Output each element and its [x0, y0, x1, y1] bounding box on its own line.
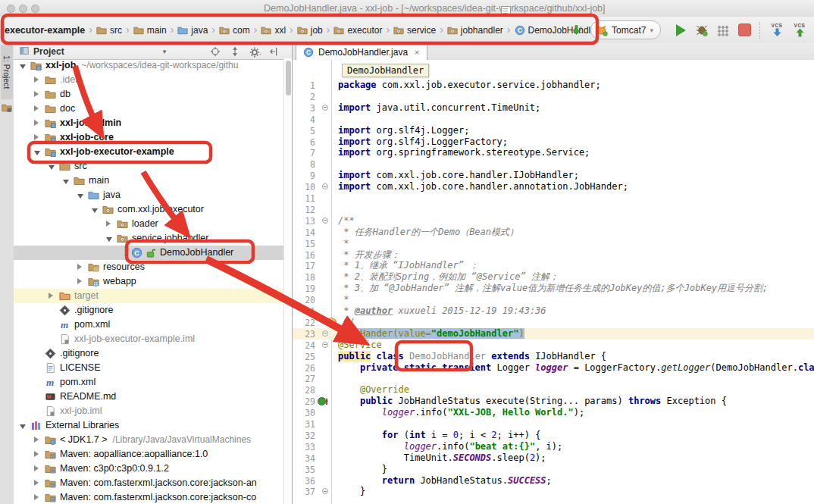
breadcrumb-item-main[interactable]: main: [133, 25, 167, 36]
close-tab-icon[interactable]: ×: [415, 48, 419, 57]
tree-item-com-xxl-job-executor[interactable]: com.xxl.job.executor: [14, 202, 283, 217]
breadcrumb-item-executor[interactable]: executor: [333, 25, 382, 36]
tree-item-service-jobhandler[interactable]: service.jobhandler: [14, 231, 283, 246]
tree-expand-arrow[interactable]: [34, 494, 39, 500]
tree-expand-arrow[interactable]: [34, 480, 39, 486]
close-window-button[interactable]: [7, 5, 15, 13]
zoom-window-button[interactable]: [31, 5, 39, 13]
tree-item-xxl-job[interactable]: xxl-job~/workspaces/idea-git-workspace/g…: [14, 58, 283, 73]
tree-expand-arrow[interactable]: [49, 293, 53, 299]
run-configuration-select[interactable]: Tomcat7 ▾: [590, 20, 661, 39]
tree-expand-arrow[interactable]: [34, 120, 39, 126]
tree-item-readme-md[interactable]: M↓README.md: [14, 390, 283, 404]
tree-item-xxl-job-executor-example-iml[interactable]: xxl-job-executor-example.iml: [14, 332, 283, 346]
tree-item-db[interactable]: db: [14, 87, 283, 102]
tree-item--jdk1-7-[interactable]: < JDK1.7 >/Library/Java/JavaVirtualMachi…: [14, 433, 283, 447]
tree-item-pom-xml[interactable]: mpom.xml: [14, 318, 283, 332]
tree-expand-arrow[interactable]: [34, 105, 39, 111]
tree-collapse-arrow[interactable]: [49, 165, 55, 170]
tree-expand-arrow[interactable]: [34, 465, 39, 471]
tree-collapse-arrow[interactable]: [20, 64, 26, 69]
tree-item-xxl-job-iml[interactable]: xxl-job.iml: [14, 404, 283, 418]
tab-demojobhandler[interactable]: C DemoJobHandler.java ×: [296, 43, 427, 60]
scroll-from-source-icon[interactable]: [230, 46, 240, 57]
breadcrumb-item-service[interactable]: service: [393, 25, 436, 36]
tree-item--idea[interactable]: .idea: [14, 73, 283, 87]
tree-expand-arrow[interactable]: [34, 77, 39, 83]
fold-marker-icon[interactable]: [322, 183, 328, 189]
tree-collapse-arrow[interactable]: [106, 237, 112, 242]
fold-marker-icon[interactable]: [322, 330, 328, 337]
project-panel-title[interactable]: Project: [33, 46, 64, 57]
tree-item-maven-aopalliance-aopalliance-1-0[interactable]: Maven: aopalliance:aopalliance:1.0: [14, 447, 283, 462]
tree-item--gitignore[interactable]: .gitignore: [14, 346, 283, 361]
tree-item-license[interactable]: LICENSE: [14, 361, 283, 375]
override-method-icon[interactable]: [318, 397, 326, 405]
code-line-16: * 开发步骤：: [338, 249, 400, 261]
project-tool-window-tab[interactable]: 1: Project: [1, 45, 13, 99]
hide-panel-icon[interactable]: [269, 46, 280, 57]
tree-item-target[interactable]: target: [14, 289, 283, 303]
tree-item-webapp[interactable]: webapp: [14, 274, 283, 289]
editor-body[interactable]: DemoJobHandler 1package com.xxl.job.exec…: [293, 60, 814, 504]
stop-button[interactable]: [736, 22, 753, 39]
tree-item-xxl-job-executor-example[interactable]: xxl-job-executor-example: [14, 145, 283, 159]
scroll-to-source-icon[interactable]: [571, 24, 583, 36]
tree-item-src[interactable]: src: [14, 159, 283, 174]
tree-item-maven-com-fasterxml-jackson-core-jackson-co[interactable]: Maven: com.fasterxml.jackson.core:jackso…: [14, 490, 283, 504]
vcs-update-button[interactable]: VCS: [768, 23, 786, 37]
tree-collapse-arrow[interactable]: [63, 180, 69, 184]
tree-item-java[interactable]: java: [14, 188, 283, 202]
breadcrumb-item-jobhandler[interactable]: jobhandler: [447, 25, 503, 36]
tree-item-xxl-job-admin[interactable]: xxl-job-admin: [14, 116, 283, 130]
breadcrumb-item-java[interactable]: java: [177, 25, 208, 36]
tree-item-pom-xml[interactable]: mpom.xml: [14, 375, 283, 390]
tree-item-maven-com-fasterxml-jackson-core-jackson-an[interactable]: Maven: com.fasterxml.jackson.core:jackso…: [14, 476, 283, 490]
breadcrumb-item-src[interactable]: src: [96, 25, 122, 36]
debug-button[interactable]: [693, 22, 710, 39]
tree-collapse-arrow[interactable]: [77, 194, 83, 199]
chevron-down-icon[interactable]: ▾: [163, 48, 167, 55]
breadcrumb-item-job[interactable]: job: [297, 25, 323, 36]
scrollbar-thumb[interactable]: [286, 61, 291, 95]
tree-expand-arrow[interactable]: [34, 437, 39, 443]
tree-item--gitignore[interactable]: .gitignore: [14, 303, 283, 318]
tree-item-loader[interactable]: loader: [14, 217, 283, 231]
tree-expand-arrow[interactable]: [34, 451, 39, 457]
tree-expand-arrow[interactable]: [34, 134, 39, 140]
tree-expand-arrow[interactable]: [77, 264, 82, 270]
tree-item-doc[interactable]: doc: [14, 102, 283, 116]
fold-marker-icon[interactable]: [322, 218, 328, 224]
fold-marker-icon[interactable]: [322, 105, 328, 111]
tree-expand-arrow[interactable]: [77, 278, 82, 284]
breadcrumb-item-com[interactable]: com: [219, 25, 250, 36]
gear-icon[interactable]: [249, 46, 260, 57]
tree-expand-arrow[interactable]: [34, 91, 39, 97]
tree-item-demojobhandler[interactable]: CDemoJobHandler: [14, 246, 283, 260]
breadcrumb-item-xxl[interactable]: xxl: [261, 25, 286, 36]
tree-collapse-arrow[interactable]: [92, 208, 98, 213]
git-icon: [45, 348, 56, 359]
line-number: 24: [293, 340, 315, 351]
vcs-commit-button[interactable]: VCS: [791, 23, 809, 37]
tree-item-resources[interactable]: resources: [14, 260, 283, 274]
tree-item-maven-c3p0-c3p0-0-9-1-2[interactable]: Maven: c3p0:c3p0:0.9.1.2: [14, 462, 283, 476]
coverage-button[interactable]: [715, 22, 731, 39]
tree-item-xxl-job-core[interactable]: xxl-job-core: [14, 130, 283, 145]
tree-collapse-arrow[interactable]: [34, 151, 40, 155]
tree-expand-arrow[interactable]: [106, 221, 111, 227]
code-token: JobHandleStatus.: [415, 475, 508, 486]
line-number: 23: [293, 329, 315, 340]
code-token: );: [574, 407, 584, 418]
breadcrumb-item-executor-example[interactable]: executor-example: [5, 25, 85, 36]
fold-marker-icon[interactable]: [322, 342, 328, 348]
tree-item-external-libraries[interactable]: External Libraries: [14, 418, 283, 433]
tree-collapse-arrow[interactable]: [20, 424, 26, 429]
locate-file-icon[interactable]: [210, 46, 221, 57]
tree-item-main[interactable]: main: [14, 174, 283, 188]
breadcrumb-label: xxl: [274, 25, 286, 36]
intention-bulb-icon[interactable]: [327, 318, 337, 327]
fold-marker-icon[interactable]: [322, 488, 328, 494]
run-button[interactable]: [672, 22, 689, 39]
minimize-window-button[interactable]: [19, 5, 27, 13]
